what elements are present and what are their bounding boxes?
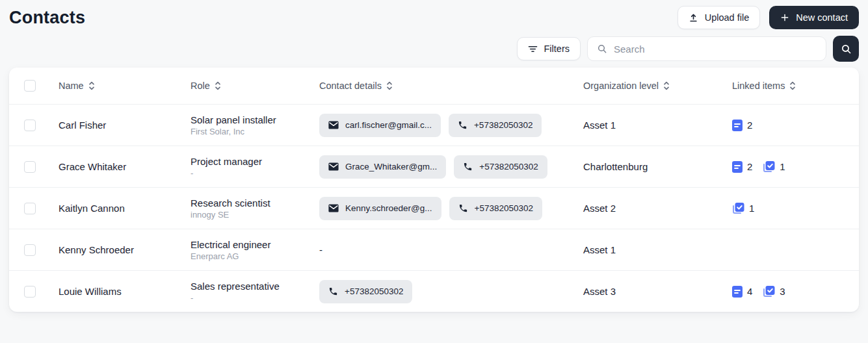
sort-chevrons-icon	[663, 81, 670, 90]
linked-documents[interactable]: 2	[732, 161, 752, 173]
documents-count: 2	[747, 120, 752, 131]
email-chip[interactable]: carl.fischer@gmail.c...	[319, 114, 441, 137]
linked-tasks[interactable]: 1	[763, 160, 785, 173]
email-chip[interactable]: Kenny.schroeder@g...	[319, 197, 441, 220]
table-row[interactable]: Kenny Schroeder Electrical engineer Ener…	[9, 229, 859, 270]
row-checkbox-cell	[9, 161, 59, 173]
search-field[interactable]	[587, 36, 826, 61]
contact-details-cell: Kenny.schroeder@g... +57382050302	[319, 197, 583, 220]
select-all-checkbox[interactable]	[24, 80, 36, 92]
table-row[interactable]: Louie Williams Sales representative - +5…	[9, 270, 859, 312]
contact-chips: +57382050302	[319, 280, 575, 303]
tasks-count: 1	[749, 203, 754, 214]
task-check-icon	[732, 202, 744, 214]
column-header-sort[interactable]: Role	[191, 81, 221, 91]
contact-chips: Kenny.schroeder@g... +57382050302	[319, 197, 575, 220]
linked-items-cell: 2 1	[732, 160, 859, 173]
contact-company: innogy SE	[191, 209, 311, 220]
row-checkbox[interactable]	[24, 286, 36, 298]
linked-items: 1	[732, 202, 851, 214]
row-checkbox-cell	[9, 120, 59, 131]
phone-chip[interactable]: +57382050302	[449, 114, 542, 137]
column-header-sort[interactable]: Organization level	[583, 81, 670, 91]
row-checkbox[interactable]	[24, 120, 36, 131]
organization-level: Asset 1	[583, 244, 616, 255]
phone-icon	[328, 286, 338, 296]
organization-level: Asset 1	[583, 120, 616, 131]
upload-file-button[interactable]: Upload file	[677, 6, 761, 29]
new-contact-label: New contact	[796, 12, 848, 23]
name-cell: Kenny Schroeder	[59, 244, 191, 256]
email-text: Kenny.schroeder@g...	[345, 203, 432, 213]
name-cell: Carl Fisher	[59, 120, 191, 131]
tasks-count: 3	[780, 286, 785, 297]
email-text: carl.fischer@gmail.c...	[345, 120, 432, 130]
column-header: Name	[59, 80, 191, 92]
contact-chips: Grace_Whitaker@gm... +57382050302	[319, 155, 575, 179]
phone-chip[interactable]: +57382050302	[454, 155, 547, 179]
name-cell: Kaitlyn Cannon	[59, 203, 191, 214]
header-checkbox-cell	[9, 80, 59, 92]
table-row[interactable]: Carl Fisher Solar panel installer First …	[9, 104, 859, 146]
row-checkbox-cell	[9, 286, 59, 298]
row-checkbox[interactable]	[24, 203, 36, 214]
search-input[interactable]	[614, 44, 817, 55]
linked-items: 4 3	[732, 285, 851, 298]
role-cell: Sales representative -	[191, 280, 319, 303]
phone-icon	[458, 203, 468, 213]
contact-name: Louie Williams	[59, 286, 122, 297]
search-submit-button[interactable]	[833, 36, 859, 62]
sort-chevrons-icon	[88, 81, 95, 90]
contact-company: Enerparc AG	[191, 251, 311, 262]
topbar-actions: Upload file New contact	[677, 6, 859, 29]
contact-role: Electrical engineer	[191, 238, 311, 251]
column-header: Linked items	[732, 80, 859, 92]
column-header-label: Linked items	[732, 81, 785, 91]
phone-chip[interactable]: +57382050302	[449, 197, 542, 220]
phone-icon	[463, 162, 473, 172]
column-header-label: Role	[191, 81, 210, 91]
column-header-sort[interactable]: Name	[59, 81, 95, 91]
document-icon	[732, 161, 743, 173]
contact-details-cell: -	[319, 244, 583, 255]
table-row[interactable]: Kaitlyn Cannon Research scientist innogy…	[9, 187, 859, 229]
name-cell: Grace Whitaker	[59, 161, 191, 173]
sort-chevrons-icon	[215, 81, 221, 90]
phone-text: +57382050302	[479, 162, 538, 172]
email-chip[interactable]: Grace_Whitaker@gm...	[319, 155, 446, 179]
plus-icon	[780, 13, 789, 22]
linked-items: 2 1	[732, 160, 851, 173]
contacts-table: Name Role Contact details	[9, 68, 859, 312]
document-icon	[732, 286, 743, 298]
table-header-row: Name Role Contact details	[9, 68, 859, 104]
documents-count: 4	[747, 286, 752, 297]
filters-label: Filters	[544, 44, 570, 54]
phone-text: +57382050302	[345, 286, 403, 296]
contact-company: -	[191, 168, 311, 179]
contact-role: Sales representative	[191, 280, 311, 292]
column-header-sort[interactable]: Contact details	[319, 81, 393, 91]
linked-documents[interactable]: 2	[732, 120, 752, 131]
contact-role: Research scientist	[191, 197, 311, 209]
filters-button[interactable]: Filters	[517, 37, 581, 60]
linked-documents[interactable]: 4	[732, 286, 752, 298]
contact-role: Project manager	[191, 155, 311, 168]
linked-tasks[interactable]: 3	[763, 285, 785, 298]
table-row[interactable]: Grace Whitaker Project manager - Grace_W…	[9, 146, 859, 187]
row-checkbox-cell	[9, 203, 59, 214]
envelope-icon	[328, 162, 339, 171]
column-header: Organization level	[583, 80, 732, 92]
row-checkbox[interactable]	[24, 161, 36, 173]
phone-chip[interactable]: +57382050302	[319, 280, 412, 303]
upload-file-label: Upload file	[705, 12, 750, 23]
column-header-sort[interactable]: Linked items	[732, 81, 796, 91]
table-body: Carl Fisher Solar panel installer First …	[9, 104, 859, 312]
new-contact-button[interactable]: New contact	[769, 6, 859, 29]
linked-tasks[interactable]: 1	[732, 202, 754, 214]
row-checkbox-cell	[9, 244, 59, 256]
contact-empty-dash: -	[319, 244, 322, 255]
row-checkbox[interactable]	[24, 244, 36, 256]
organization-level-cell: Asset 3	[583, 286, 732, 298]
sort-chevrons-icon	[789, 81, 796, 90]
search-icon	[597, 44, 607, 54]
